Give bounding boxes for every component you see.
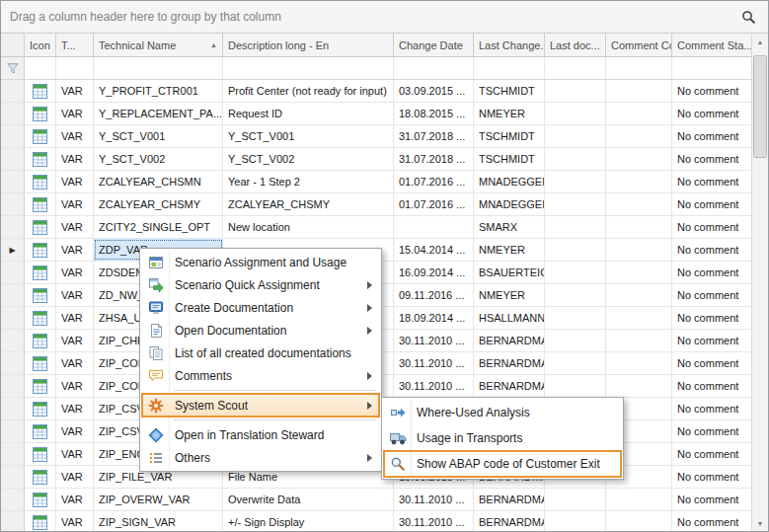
cell-name[interactable]: ZCALYEAR_CHSMN [94, 171, 223, 192]
cell-icon[interactable] [25, 352, 56, 374]
filter-cell-icon[interactable] [25, 57, 56, 79]
cell-desc[interactable]: Overwrite Data [223, 489, 394, 510]
column-header-lastdoc[interactable]: Last doc... [545, 34, 606, 56]
cell-date[interactable]: 30.11.2010 ... [394, 375, 474, 397]
cell-date[interactable]: 30.11.2010 ... [394, 330, 474, 351]
cell-lastdoc[interactable] [545, 216, 606, 238]
cell-icon[interactable] [25, 489, 56, 510]
cell-user[interactable]: NMEYER [474, 103, 545, 124]
cell-commentco[interactable] [606, 239, 672, 261]
cell-lastdoc[interactable] [545, 171, 606, 192]
filter-cell-type[interactable] [56, 57, 94, 79]
cell-date[interactable] [394, 216, 474, 238]
cell-status[interactable]: No comment [672, 284, 753, 306]
cell-status[interactable]: No comment [672, 330, 753, 351]
menu-item-show-abap-code-of-customer-exit[interactable]: Show ABAP code of Customer Exit [384, 451, 621, 477]
cell-icon[interactable] [25, 103, 56, 124]
cell-lastdoc[interactable] [545, 307, 606, 329]
cell-lastdoc[interactable] [545, 330, 606, 351]
filter-row-indicator[interactable] [1, 57, 25, 79]
cell-type[interactable]: VAR [56, 171, 94, 192]
cell-type[interactable]: VAR [56, 103, 94, 124]
cell-date[interactable]: 30.11.2010 ... [394, 489, 474, 510]
cell-name[interactable]: ZCITY2_SINGLE_OPT [94, 216, 223, 238]
cell-commentco[interactable] [606, 511, 672, 531]
cell-commentco[interactable] [606, 284, 672, 306]
cell-icon[interactable] [25, 216, 56, 238]
filter-cell-commentco[interactable] [606, 57, 672, 79]
cell-lastdoc[interactable] [545, 262, 606, 283]
cell-commentco[interactable] [606, 125, 672, 147]
cell-commentco[interactable] [606, 352, 672, 374]
cell-lastdoc[interactable] [545, 80, 606, 102]
filter-cell-user[interactable] [474, 57, 545, 79]
cell-icon[interactable] [25, 284, 56, 306]
column-header-name[interactable]: Technical Name▲ [94, 34, 223, 56]
cell-icon[interactable] [25, 262, 56, 283]
table-row[interactable]: VARZIP_SIGN_VAR+/- Sign Display30.11.201… [1, 511, 753, 531]
cell-user[interactable]: NMEYER [474, 284, 545, 306]
cell-date[interactable]: 30.11.2010 ... [394, 511, 474, 531]
column-header-commentco[interactable]: Comment Co... [606, 34, 672, 56]
cell-icon[interactable] [25, 511, 56, 531]
menu-item-create-documentation[interactable]: Create Documentation [142, 296, 379, 319]
cell-commentco[interactable] [606, 103, 672, 124]
cell-name[interactable]: Y_PROFIT_CTR001 [94, 80, 223, 102]
cell-lastdoc[interactable] [545, 375, 606, 397]
cell-type[interactable]: VAR [56, 466, 94, 488]
cell-user[interactable]: BERNARDMA [474, 330, 545, 351]
cell-date[interactable]: 09.11.2016 ... [394, 284, 474, 306]
cell-icon[interactable] [25, 330, 56, 351]
cell-date[interactable]: 03.09.2015 ... [394, 80, 474, 102]
table-row[interactable]: VARZIP_OVERW_VAROverwrite Data30.11.2010… [1, 489, 753, 511]
cell-type[interactable]: VAR [56, 262, 94, 283]
cell-user[interactable]: BERNARDMA [474, 511, 545, 531]
cell-icon[interactable] [25, 466, 56, 488]
scroll-up-button[interactable]: ▲ [752, 34, 768, 49]
cell-type[interactable]: VAR [56, 239, 94, 261]
cell-type[interactable]: VAR [56, 307, 94, 329]
cell-lastdoc[interactable] [545, 239, 606, 261]
vertical-scrollbar[interactable]: ▲ ▼ [751, 34, 768, 531]
cell-user[interactable]: TSCHMIDT [474, 125, 545, 147]
filter-cell-desc[interactable] [223, 57, 394, 79]
cell-name[interactable]: ZIP_OVERW_VAR [94, 489, 223, 510]
column-header-desc[interactable]: Description long - En [223, 34, 394, 56]
cell-user[interactable]: TSCHMIDT [474, 80, 545, 102]
cell-status[interactable]: No comment [672, 216, 753, 238]
cell-status[interactable]: No comment [672, 80, 753, 102]
cell-name[interactable]: ZCALYEAR_CHSMY [94, 193, 223, 215]
cell-status[interactable]: No comment [672, 103, 753, 124]
cell-type[interactable]: VAR [56, 443, 94, 465]
table-row[interactable]: VARY_PROFIT_CTR001Profit Center (not rea… [1, 80, 753, 103]
column-header-user[interactable]: Last Change... [474, 34, 545, 56]
cell-icon[interactable] [25, 171, 56, 192]
cell-type[interactable]: VAR [56, 375, 94, 397]
cell-status[interactable]: No comment [672, 352, 753, 374]
cell-icon[interactable] [25, 375, 56, 397]
cell-lastdoc[interactable] [545, 103, 606, 124]
column-header-date[interactable]: Change Date [394, 34, 474, 56]
table-row[interactable]: VARZCITY2_SINGLE_OPTNew locationSMARXNo … [1, 216, 753, 239]
cell-status[interactable]: No comment [672, 193, 753, 215]
cell-type[interactable]: VAR [56, 193, 94, 215]
menu-item-open-documentation[interactable]: Open Documentation [142, 319, 379, 342]
cell-date[interactable]: 01.07.2016 ... [394, 193, 474, 215]
cell-user[interactable]: NMEYER [474, 239, 545, 261]
cell-icon[interactable] [25, 125, 56, 147]
search-icon[interactable] [737, 6, 759, 28]
cell-status[interactable]: No comment [672, 420, 753, 442]
cell-date[interactable]: 31.07.2018 ... [394, 125, 474, 147]
cell-date[interactable]: 16.09.2014 ... [394, 262, 474, 283]
menu-item-where-used-analysis[interactable]: Where-Used Analysis [384, 400, 621, 425]
cell-lastdoc[interactable] [545, 125, 606, 147]
cell-status[interactable]: No comment [672, 125, 753, 147]
cell-commentco[interactable] [606, 262, 672, 283]
filter-cell-date[interactable] [394, 57, 474, 79]
cell-status[interactable]: No comment [672, 307, 753, 329]
cell-commentco[interactable] [606, 375, 672, 397]
cell-user[interactable]: MNADEGGER [474, 193, 545, 215]
table-row[interactable]: VARY_SCT_V002Y_SCT_V00231.07.2018 ...TSC… [1, 148, 753, 171]
menu-item-scenario-quick-assignment[interactable]: Scenario Quick Assignment [142, 273, 379, 296]
cell-icon[interactable] [25, 80, 56, 102]
